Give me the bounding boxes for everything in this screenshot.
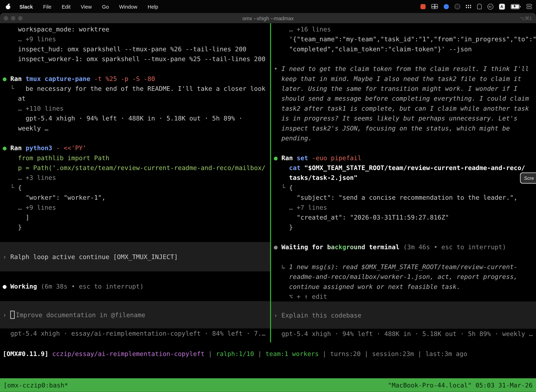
text-segment: "created_at": "2026-03-31T11:59:27.816Z" [297,214,449,221]
text-segment: | [205,350,216,357]
text-segment: ● Working [3,283,37,290]
menu-go[interactable]: Go [102,4,109,9]
terminal-line: … +16 lines [271,24,536,34]
dots-grid-icon[interactable] [466,5,471,8]
terminal-line: … +9 lines [0,202,270,212]
text-segment: p = Path('.omx/state/team/review-current… [18,164,265,171]
text-segment: inspect task2's JSON, focusing on the st… [281,125,510,132]
omx-status-line: [OMX#0.11.9] cczip/essay/ai-reimplementa… [0,349,536,359]
text-segment: } [289,224,293,231]
text-segment: keep that in mind. Maybe I also need the… [281,75,521,82]
screen-recording-icon[interactable] [420,4,425,9]
blank-line [271,143,536,153]
composer[interactable]: › Explain this codebase [271,301,536,329]
composer[interactable]: › Improve documentation in @filename [0,301,270,329]
blank-line [271,232,536,242]
menu-help[interactable]: Help [148,4,158,9]
ghost-app-icon[interactable] [477,4,482,9]
window-titlebar[interactable]: omx --xhigh --madmax ⌥⌘1 [0,13,536,23]
text-segment: Explain this codebase [281,310,361,320]
menu-file[interactable]: File [43,4,51,9]
text-segment: pending. [281,135,312,142]
minimize-button[interactable] [11,16,15,20]
terminal-line: at [0,93,270,103]
apple-menu-icon[interactable] [5,4,10,9]
text-segment: at [18,95,25,102]
text-segment: background [327,243,365,251]
text-segment: ↳ [281,263,289,271]
text-segment: … +7 lines [289,204,327,211]
text-segment: ● [3,75,10,82]
terminal-line: gpt-5.4 xhigh · 94% left · 488K in · 5.1… [0,113,270,123]
menu-app-name[interactable]: Slack [19,4,33,9]
terminal-line: is in progress? It seems likely but perh… [271,113,536,123]
text-segment: python3 [25,144,52,152]
input-source-icon[interactable]: A [499,4,505,9]
terminal-line: ↳ 1 new msg(s): read $OMX_TEAM_STATE_ROO… [271,262,536,272]
menu-view[interactable]: View [81,4,92,9]
charging-bolt-icon [513,4,516,8]
text-segment: | [361,350,372,357]
text-segment: … +110 lines [18,105,64,112]
control-center-icon[interactable] [526,4,532,9]
terminal-line: "worker": "worker-1", [0,192,270,202]
dark-app-icon[interactable] [455,4,460,9]
blank-line [0,133,270,143]
terminal-line: ● Working (6m 38s • esc to interrupt) [0,281,270,291]
text-segment: … +9 lines [18,204,56,211]
left-terminal-pane[interactable]: workspace_mode: worktree… +9 linesinspec… [0,23,270,342]
text-segment: be necessary for the end of the README. … [25,85,265,92]
blank-line [0,291,270,301]
text-segment: ● [3,144,10,152]
battery-body [511,4,519,9]
text-segment: continue assigned work or next feasible … [289,283,460,290]
text-segment: } [18,224,22,231]
zoom-button[interactable] [18,16,23,20]
terminal-line: workspace_mode: worktree [0,24,270,34]
blank-line [0,64,270,74]
text-segment: I need to get the claim token from the c… [281,65,529,72]
menu-window[interactable]: Window [119,4,137,9]
text-segment: … +3 lines [18,174,56,181]
screen-notification-overlay[interactable]: Scre [520,173,536,184]
text-segment: … +16 lines [289,26,331,33]
text-segment: Improve documentation in @filename [16,310,145,320]
badge-61-icon[interactable]: 61 [487,4,493,9]
terminal-line: should send a message before completing … [271,93,536,103]
text-segment: Waiting for [281,243,327,251]
apple-icon-body [6,5,10,9]
screen-notification-label: Scre [524,175,534,181]
battery-icon[interactable] [511,4,521,9]
terminal-line: … +9 lines [0,34,270,44]
text-segment: workspace_mode: worktree [18,26,109,33]
text-segment: turns:20 [330,350,361,357]
terminal-line: pending. [271,133,536,143]
text-segment: ] [25,214,29,221]
text-segment: └ [281,184,289,191]
text-segment: | [254,350,266,357]
terminal-line: └ be necessary for the end of the README… [0,84,270,93]
text-segment: "completed","claim_token":"claim-token"}… [289,46,472,53]
control-center-pill [526,7,532,9]
text-segment: "worker": "worker-1", [25,194,105,201]
battery-cap [520,6,521,7]
text-segment: (3m 46s • esc to interrupt) [400,243,506,251]
terminal-line: "completed","claim_token":"claim-token"}… [271,44,536,54]
text-segment: cczip/essay/ai-reimplementation-copyleft [52,350,205,357]
window-grid-icon[interactable] [431,4,438,9]
terminal-line: } [271,222,536,232]
right-terminal-pane[interactable]: … +16 lines'{"team_name":"my-team","task… [271,23,536,342]
terminal-line: from pathlib import Path [0,153,270,163]
blue-app-icon[interactable] [444,4,449,9]
text-segment: gpt-5.4 xhigh · 94% left · 488K in · 5.1… [25,115,243,122]
close-button[interactable] [4,16,8,20]
text-segment: session:23m [372,350,414,357]
terminal-line: ● Ran set -euo pipefail [271,153,536,163]
terminal-line: "subject": "send a concise recommendatio… [271,192,536,202]
text-segment: - <<'PY' [52,144,86,152]
menu-edit[interactable]: Edit [62,4,71,9]
text-cursor [10,311,15,319]
text-segment: (6m 38s • esc to interrupt) [37,283,144,290]
inject-banner[interactable]: › Ralph loop active continue [OMX_TMUX_I… [0,242,270,271]
terminal-line: └ { [271,183,536,192]
